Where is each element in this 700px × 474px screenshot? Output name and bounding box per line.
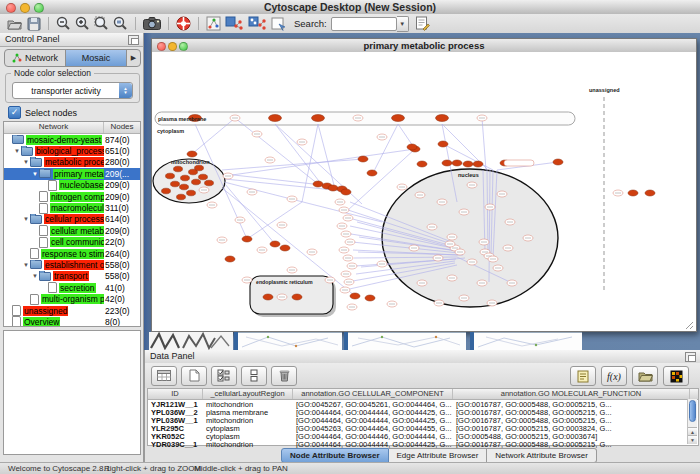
column-header[interactable]: annotation.GO CELLULAR_COMPONENT	[293, 389, 453, 399]
tree-expander-icon[interactable]: ▼	[22, 216, 30, 222]
create-network-copy-icon[interactable]	[248, 16, 267, 31]
combobox-stepper-icon[interactable]: ▲▼	[119, 83, 132, 98]
tree-item-label[interactable]: cell communicat	[50, 237, 104, 247]
search-dropdown-icon[interactable]: ▼	[397, 16, 409, 32]
tab-mosaic[interactable]: Mosaic	[65, 50, 127, 66]
tree-row[interactable]: ▼cellular process614(0)	[4, 214, 140, 225]
network-node[interactable]	[452, 160, 462, 166]
node-color-combobox[interactable]: transporter activity ▲▼	[12, 82, 133, 99]
network-node[interactable]	[438, 141, 448, 147]
network-node[interactable]	[473, 161, 483, 167]
tree-expander-icon[interactable]: ▼	[31, 273, 39, 279]
tab-edge-attribute-browser[interactable]: Edge Attribute Browser	[389, 448, 488, 463]
network-node[interactable]	[442, 160, 452, 166]
tree-col-nodes[interactable]: Nodes	[104, 122, 140, 133]
new-attribute-icon[interactable]	[181, 366, 207, 386]
tree-col-network[interactable]: Network	[4, 122, 104, 133]
tree-item-label[interactable]: cellular metabo	[50, 226, 104, 236]
attribute-editor-icon[interactable]	[241, 366, 267, 386]
heatmap-icon[interactable]	[663, 366, 689, 386]
tree-item-label[interactable]: cellular process	[44, 214, 104, 224]
table-row[interactable]: YDR039C__1mitochondrion[GO:0044464, GO:0…	[148, 440, 698, 448]
network-node[interactable]	[174, 166, 183, 172]
scrollbar-thumb[interactable]	[689, 400, 696, 422]
scroll-down-icon[interactable]: ▼	[688, 435, 697, 444]
search-input[interactable]	[331, 17, 397, 31]
network-node[interactable]	[180, 184, 189, 190]
network-node[interactable]	[269, 115, 282, 122]
tree-expander-icon[interactable]: ▼	[22, 159, 30, 165]
tree-row[interactable]: response to stimulu264(0)	[4, 248, 140, 259]
annotation-icon[interactable]	[415, 16, 430, 31]
network-node[interactable]	[280, 245, 290, 251]
network-node[interactable]	[365, 295, 375, 301]
tree-row[interactable]: Overview8(0)	[4, 316, 140, 327]
network-window-titlebar[interactable]: primary metabolic process	[152, 39, 696, 53]
background-window[interactable]	[238, 332, 342, 350]
network-node[interactable]	[292, 294, 302, 300]
tree-row[interactable]: ▼metabolic process280(0)	[4, 157, 140, 168]
column-header[interactable]: _cellularLayoutRegion	[203, 389, 293, 399]
delete-attribute-trash-icon[interactable]	[271, 366, 297, 386]
tree-row[interactable]: macromolecule311(0)	[4, 202, 140, 213]
tab-node-attribute-browser[interactable]: Node Attribute Browser	[281, 448, 389, 463]
tree-expander-icon[interactable]: ▼	[31, 171, 39, 177]
table-cell[interactable]: mitochondrion	[203, 440, 293, 449]
network-node[interactable]	[162, 188, 171, 194]
network-node[interactable]	[417, 161, 427, 167]
network-node[interactable]	[392, 115, 405, 122]
import-attributes-folder-icon[interactable]	[632, 366, 658, 386]
network-view-window[interactable]: primary metabolic process plasma membran…	[151, 38, 697, 332]
background-overview-sketch[interactable]	[149, 332, 233, 350]
tree-item-label[interactable]: macromolecule	[50, 203, 104, 213]
tree-item-label[interactable]: biological_process	[35, 146, 104, 156]
network-node[interactable]	[553, 159, 563, 165]
network-node[interactable]	[367, 170, 377, 176]
network-node[interactable]	[504, 160, 534, 166]
network-node[interactable]	[181, 175, 190, 181]
tree-item-label[interactable]: secretion	[59, 283, 96, 293]
zoom-out-icon[interactable]	[56, 16, 71, 31]
network-node[interactable]	[195, 165, 204, 171]
open-session-icon[interactable]	[7, 16, 22, 31]
tree-row[interactable]: cellular metabo209(0)	[4, 225, 140, 236]
select-attributes-icon[interactable]	[151, 366, 177, 386]
network-node[interactable]	[192, 179, 201, 185]
background-window[interactable]	[474, 332, 582, 350]
network-node[interactable]	[187, 151, 197, 157]
network-frame-icon[interactable]	[206, 16, 221, 31]
formula-builder-icon[interactable]: f(x)	[601, 366, 627, 386]
tab-network[interactable]: Network	[5, 50, 65, 66]
network-node[interactable]	[463, 161, 473, 167]
network-node[interactable]	[166, 173, 175, 179]
tree-item-label[interactable]: response to stimulu	[41, 249, 104, 259]
attribute-notes-icon[interactable]	[570, 366, 596, 386]
tree-row[interactable]: nucleobase-209(0)	[4, 180, 140, 191]
background-window[interactable]	[348, 332, 466, 350]
network-node[interactable]	[328, 185, 338, 191]
float-panel-icon[interactable]	[128, 35, 139, 45]
snapshot-camera-icon[interactable]	[143, 16, 161, 31]
network-node[interactable]	[436, 115, 449, 122]
tree-item-label[interactable]: primary metabo	[53, 169, 104, 179]
tree-row[interactable]: cell communicat22(0)	[4, 237, 140, 248]
resize-grip-icon[interactable]	[686, 322, 693, 329]
column-header[interactable]: ID	[148, 389, 203, 399]
tab-overflow-arrow-icon[interactable]: ▶	[127, 50, 140, 66]
tree-item-label[interactable]: mosaic-demo-yeast	[26, 135, 102, 145]
network-node[interactable]	[199, 174, 208, 180]
tree-item-label[interactable]: metabolic process	[44, 157, 104, 167]
zoom-fit-icon[interactable]	[113, 16, 128, 31]
network-node[interactable]	[312, 115, 325, 122]
select-nodes-checkbox[interactable]: ✓	[8, 106, 21, 119]
tree-row[interactable]: nitrogen compo209(0)	[4, 191, 140, 202]
tree-row[interactable]: secretion41(0)	[4, 282, 140, 293]
zoom-selected-icon[interactable]	[94, 16, 109, 31]
zoom-in-icon[interactable]	[75, 16, 90, 31]
network-canvas[interactable]: plasma membrane cytoplasm mitochondrion …	[152, 52, 696, 331]
network-node[interactable]	[358, 156, 368, 162]
network-node[interactable]	[177, 194, 186, 200]
table-scrollbar[interactable]: ▲ ▼	[687, 399, 697, 444]
tree-row[interactable]: ▼transport558(0)	[4, 271, 140, 282]
create-network-from-selection-icon[interactable]	[225, 16, 244, 31]
